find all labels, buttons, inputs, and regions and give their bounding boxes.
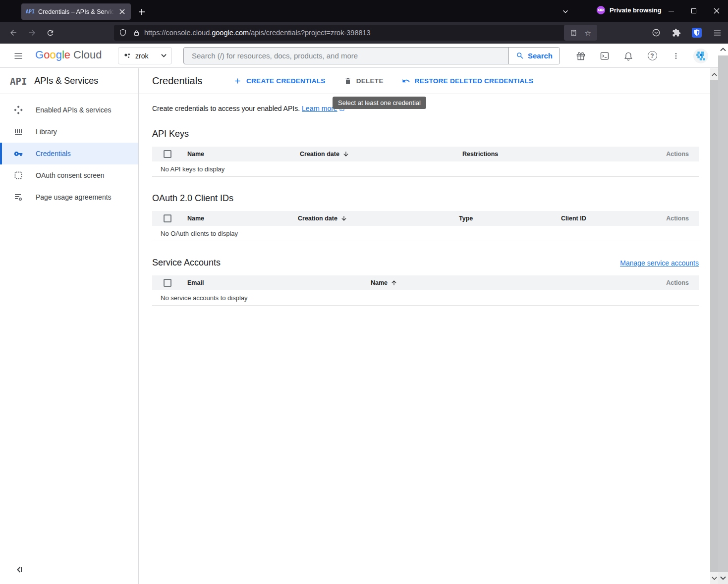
window-scrollbar[interactable] [718,44,728,584]
oauth-heading: OAuth 2.0 Client IDs [152,193,710,204]
account-avatar[interactable] [693,49,708,63]
tracking-protection-shield-icon[interactable] [119,29,127,37]
bookmark-star-icon[interactable]: ☆ [585,29,591,37]
sidebar-item-credentials[interactable]: Credentials [0,143,138,164]
gcp-header-actions: ? [574,47,708,64]
oauth-consent-icon [14,171,23,180]
scrollbar-track[interactable] [718,55,728,572]
restore-deleted-credentials-button[interactable]: RESTORE DELETED CREDENTIALS [402,77,534,85]
back-icon[interactable] [6,25,21,40]
window-maximize-button[interactable] [682,0,705,22]
reader-view-icon[interactable] [570,29,577,37]
column-client-id[interactable]: Client ID [561,215,659,222]
url-bar[interactable]: https://console.cloud.google.com/apis/cr… [114,25,597,41]
column-creation-date-label: Creation date [298,215,337,222]
tab-favicon-api: API [26,9,35,14]
cloud-shell-terminal-icon[interactable] [598,50,611,62]
column-creation-date-label: Creation date [300,151,339,158]
column-email[interactable]: Email [187,279,371,286]
create-credentials-button[interactable]: CREATE CREDENTIALS [233,77,326,85]
sidebar-nav: Enabled APIs & services Library Credenti… [0,94,138,208]
column-type[interactable]: Type [459,215,561,222]
sidebar-item-label: OAuth consent screen [36,171,105,179]
page-scrollbar[interactable] [710,68,718,584]
project-icon [123,52,131,60]
sidebar-header: API APIs & Services [0,68,138,94]
browser-tab-bar: API Credentials – APIs & Services – z Pr… [0,0,728,22]
new-tab-button[interactable] [135,5,148,18]
browser-tab[interactable]: API Credentials – APIs & Services – z [21,3,131,20]
column-restrictions[interactable]: Restrictions [462,151,659,158]
select-all-checkbox[interactable] [164,214,171,222]
api-keys-heading: API Keys [152,129,710,139]
notifications-bell-icon[interactable] [622,50,635,62]
learn-more-label: Learn more [302,105,337,112]
window-minimize-button[interactable] [660,0,682,22]
column-creation-date[interactable]: Creation date [300,151,462,158]
gcp-header: Google Cloud zrok Search ? [0,44,728,68]
lock-icon[interactable] [133,29,140,37]
google-cloud-logo[interactable]: Google Cloud [35,49,102,61]
window-close-button[interactable] [705,0,728,22]
intro-sentence: Create credentials to access your enable… [152,105,300,112]
extensions-puzzle-icon[interactable] [670,26,683,39]
sidebar: API APIs & Services Enabled APIs & servi… [0,68,139,584]
column-name[interactable]: Name [187,215,298,222]
oauth-empty-row: No OAuth clients to display [152,226,699,241]
search-input[interactable] [184,48,508,64]
private-browsing-label: Private browsing [610,6,662,14]
url-prefix: https://console.cloud. [144,29,212,37]
search-icon [516,52,524,60]
bitwarden-shield-icon[interactable] [690,26,703,39]
delete-label: DELETE [356,77,384,85]
enabled-apis-icon [14,106,23,114]
column-name[interactable]: Name [187,151,300,158]
scrollbar-track[interactable] [710,80,718,572]
url-page-actions: ☆ [564,25,597,41]
column-name-label: Name [371,279,388,286]
search-button[interactable]: Search [508,48,560,64]
scroll-up-icon[interactable] [710,68,718,80]
sidebar-item-library[interactable]: Library [0,121,138,143]
gift-icon[interactable] [574,50,587,62]
oauth-table-header: Name Creation date Type Client ID Action… [152,211,699,226]
sidebar-item-oauth-consent[interactable]: OAuth consent screen [0,164,138,186]
help-icon[interactable]: ? [646,50,659,62]
undo-icon [402,77,410,85]
scroll-down-icon[interactable] [718,572,728,584]
project-selector[interactable]: zrok [118,47,172,64]
delete-button[interactable]: DELETE [344,77,384,85]
library-icon [14,127,23,136]
list-all-tabs-icon[interactable] [559,5,572,18]
scroll-up-icon[interactable] [718,44,728,55]
forward-icon[interactable] [25,25,40,40]
sidebar-item-label: Library [36,128,57,136]
restore-label: RESTORE DELETED CREDENTIALS [415,77,534,85]
page-title: Credentials [152,75,233,87]
service-accounts-heading-row: Service Accounts Manage service accounts [139,241,699,268]
more-options-kebab-icon[interactable] [670,50,682,62]
sidebar-item-page-usage[interactable]: Page usage agreements [0,186,138,208]
reload-icon[interactable] [43,25,57,40]
content-header: Credentials CREATE CREDENTIALS DELETE RE… [139,68,710,94]
manage-service-accounts-link[interactable]: Manage service accounts [620,259,699,267]
column-name[interactable]: Name [371,279,659,286]
menu-hamburger-icon[interactable] [711,26,724,39]
select-all-checkbox[interactable] [164,279,171,287]
oauth-table: Name Creation date Type Client ID Action… [152,211,699,241]
sidebar-item-enabled-apis[interactable]: Enabled APIs & services [0,99,138,121]
window-controls [660,0,728,22]
google-logo-text: Google [35,49,70,61]
search-button-label: Search [528,52,553,60]
api-keys-table: Name Creation date Restrictions Actions … [152,147,699,177]
sidebar-title: APIs & Services [34,76,98,86]
select-all-checkbox[interactable] [164,150,171,158]
tab-close-icon[interactable] [117,7,126,16]
gcp-nav-menu-icon[interactable] [12,50,25,62]
scroll-down-icon[interactable] [710,572,718,584]
private-browsing-badge: Private browsing [597,6,662,14]
pocket-icon[interactable] [650,26,663,39]
sidebar-item-label: Credentials [36,150,71,158]
collapse-sidebar-icon[interactable] [14,564,25,575]
column-creation-date[interactable]: Creation date [298,215,459,222]
